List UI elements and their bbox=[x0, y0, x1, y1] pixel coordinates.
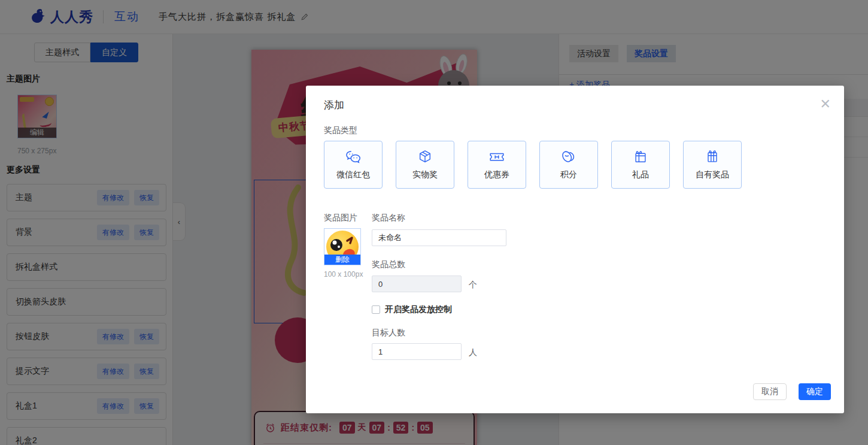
prize-total-unit: 个 bbox=[469, 280, 477, 290]
prize-type-own[interactable]: 自有奖品 bbox=[683, 141, 742, 189]
prize-name-input[interactable] bbox=[372, 229, 506, 246]
modal-title: 添加 bbox=[324, 98, 344, 112]
prize-type-coupon[interactable]: 优惠券 bbox=[468, 141, 526, 189]
prize-type-points[interactable]: 积分 bbox=[539, 141, 598, 189]
prize-type-label-text: 积分 bbox=[560, 169, 577, 180]
prize-name-label: 奖品名称 bbox=[372, 213, 405, 223]
confirm-button[interactable]: 确定 bbox=[799, 383, 831, 400]
delete-image-button[interactable]: 删除 bbox=[324, 255, 360, 265]
prize-type-wechat-redpacket[interactable]: 微信红包 bbox=[324, 141, 383, 189]
prize-type-label-text: 实物奖 bbox=[412, 169, 438, 180]
target-people-input[interactable] bbox=[372, 343, 462, 360]
dispatch-control-label[interactable]: 开启奖品发放控制 bbox=[385, 304, 452, 315]
prize-image-preview: 删除 bbox=[324, 228, 361, 265]
prize-total-input[interactable] bbox=[372, 276, 462, 292]
prize-total-label: 奖品总数 bbox=[372, 259, 405, 270]
prize-image-size-hint: 100 x 100px bbox=[324, 270, 363, 278]
coins-icon bbox=[560, 148, 578, 166]
close-icon[interactable]: ✕ bbox=[820, 98, 831, 111]
prize-type-physical[interactable]: 实物奖 bbox=[396, 141, 454, 189]
wechat-icon bbox=[344, 148, 362, 166]
target-people-unit: 人 bbox=[469, 347, 477, 358]
cancel-button[interactable]: 取消 bbox=[753, 383, 787, 400]
prize-type-label: 奖品类型 bbox=[324, 125, 357, 136]
prize-type-label-text: 微信红包 bbox=[336, 169, 370, 180]
prize-type-label-text: 礼品 bbox=[632, 169, 649, 180]
prize-image-label: 奖品图片 bbox=[324, 213, 357, 223]
prize-type-label-text: 优惠券 bbox=[484, 169, 509, 180]
gift-ribbon-icon bbox=[632, 148, 649, 166]
dispatch-control-checkbox[interactable] bbox=[372, 305, 380, 314]
prize-type-gift[interactable]: 礼品 bbox=[611, 141, 670, 189]
prize-type-label-text: 自有奖品 bbox=[696, 169, 729, 180]
app-root: 人人秀 互动 手气大比拼，拆盒赢惊喜 拆礼盒 主题样式 自定义 主题图片 编辑 … bbox=[0, 0, 868, 445]
ticket-icon bbox=[488, 148, 506, 166]
modal-footer: 取消 确定 bbox=[753, 383, 831, 400]
target-people-label: 目标人数 bbox=[372, 328, 405, 338]
cube-icon bbox=[417, 148, 433, 166]
prize-type-cards: 微信红包 实物奖 优惠 bbox=[324, 141, 742, 189]
gift-box-icon bbox=[704, 148, 721, 166]
add-prize-modal: 添加 ✕ 奖品类型 微信红包 bbox=[306, 86, 844, 413]
